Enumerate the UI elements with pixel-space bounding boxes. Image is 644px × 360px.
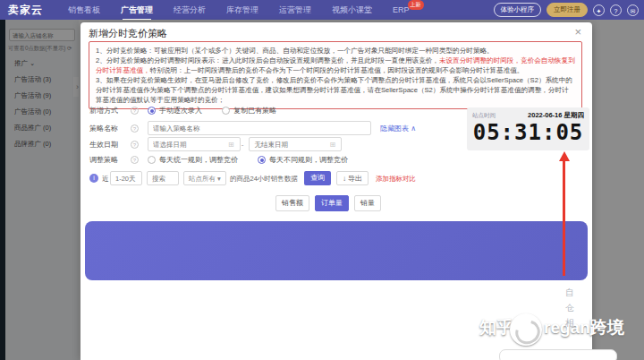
notice-text: 特别说明：上一时间段调整后的竞价不会作为下一个时间段的分时计算基准值，因时段设置… — [150, 66, 524, 74]
watermark-vertical-text: 自仓相 — [565, 287, 574, 330]
watermark-char: 相 — [565, 317, 574, 330]
nav-item-视频小课堂[interactable]: 视频小课堂 — [332, 4, 372, 16]
digital-clock: 05:31:05 — [472, 119, 584, 145]
notice-paragraph: 1、分时竞价策略：可被应用到（某个或多个）关键词、商品、自动和定位投放，一个广告… — [96, 46, 575, 56]
filter-row: i 近 站点所有 ▾ 的商品24小时销售数据 查询 ↓ 导出 添加指标对比 — [80, 171, 592, 187]
notice-box: 1、分时竞价策略：可被应用到（某个或多个）关键词、商品、自动和定位投放，一个广告… — [89, 41, 582, 109]
calendar-icon: ⊞ — [228, 141, 234, 149]
date-label: 生效日期 — [89, 140, 131, 150]
notice-paragraph: 3、如果在分时竞价策略生效时，在亚马逊后台修改了竞价，修改后的竞价不会作为策略下… — [96, 75, 575, 105]
radio-diff-rule[interactable] — [258, 156, 266, 164]
date-separator: - — [242, 141, 244, 149]
nav-item-销售看板[interactable]: 销售看板 — [68, 4, 100, 16]
close-icon[interactable]: × — [574, 26, 581, 38]
end-date-input[interactable] — [249, 137, 342, 151]
add-mode-label: 新增方式 — [89, 106, 131, 116]
nav-item-经营分析[interactable]: 经营分析 — [174, 4, 206, 16]
register-button[interactable]: 立即注册 — [547, 3, 588, 17]
info-circle-icon: ? — [131, 124, 139, 133]
nav-item-广告管理[interactable]: 广告管理 — [121, 4, 153, 16]
hide-chart-link[interactable]: 隐藏图表 ∧ — [380, 124, 416, 133]
day-range-input[interactable] — [110, 171, 142, 185]
info-circle-icon: ? — [131, 156, 139, 164]
radio-manual-label[interactable]: 手动逐次录入 — [159, 106, 202, 116]
adjust-label: 调整策略 — [89, 155, 131, 165]
site-time-panel: 站点时间 2022-06-16 星期四 05:31:05 — [467, 107, 589, 150]
radio-diff-rule-label[interactable]: 每天不同规则，调整竞价 — [269, 155, 348, 165]
nav-item-ERP[interactable]: ERP上新 — [393, 5, 410, 14]
watermark-char: 仓 — [565, 302, 574, 314]
bottom-floating-box — [499, 349, 617, 360]
screen: 卖家云 销售看板广告管理经营分析库存管理运营管理视频小课堂ERP上新 体验小程序… — [0, 0, 644, 360]
radio-same-rule[interactable] — [148, 156, 156, 164]
info-circle-icon: ? — [131, 107, 139, 115]
red-arrow-annotation — [563, 160, 565, 276]
help-icon[interactable]: ? — [610, 4, 622, 16]
modal-title: 新增分时竞价策略 — [89, 27, 167, 40]
watermark-char: 自 — [565, 287, 574, 299]
calendar-icon: ⊞ — [329, 141, 335, 149]
query-button[interactable]: 查询 — [304, 171, 331, 185]
radio-copy[interactable] — [222, 107, 230, 115]
mini-program-button[interactable]: 体验小程序 — [494, 3, 542, 17]
nav-right-actions: 体验小程序 立即注册 ✦ ? ✉ — [494, 0, 640, 20]
top-navbar: 卖家云 销售看板广告管理经营分析库存管理运营管理视频小课堂ERP上新 体验小程序… — [0, 0, 644, 20]
watermark-brand: 知乎 — [479, 316, 513, 339]
keyword-input[interactable] — [147, 171, 179, 185]
export-button[interactable]: ↓ 导出 — [336, 171, 369, 185]
scope-select[interactable]: 站点所有 ▾ — [183, 171, 226, 185]
form-row-add-mode: 新增方式 ? 手动逐次录入 复制已有策略 — [89, 106, 296, 116]
message-icon[interactable]: ✉ — [627, 4, 639, 16]
form-row-name: 策略名称 ? 隐藏图表 ∧ — [89, 121, 416, 135]
notice-paragraph: 2、分时竞价策略的分时调整时间段表示：进入此时段后会自动按设置规则调整竞价，并且… — [96, 56, 575, 75]
radio-copy-label[interactable]: 复制已有策略 — [233, 106, 276, 116]
add-metric-compare-link[interactable]: 添加指标对比 — [376, 175, 416, 184]
info-icon: i — [89, 174, 98, 183]
gift-icon[interactable]: ✦ — [593, 4, 605, 16]
new-badge: 上新 — [408, 0, 424, 10]
form-row-adjust: 调整策略 ? 每天统一规则，调整竞价 每天不同规则，调整竞价 — [89, 155, 368, 165]
tab-订单量[interactable]: 订单量 — [315, 195, 349, 211]
info-circle-icon: ? — [131, 141, 139, 149]
nav-item-运营管理[interactable]: 运营管理 — [279, 4, 311, 16]
bid-strategy-modal: 新增分时竞价策略 × 1、分时竞价策略：可被应用到（某个或多个）关键词、商品、自… — [80, 22, 592, 360]
filter-prefix: 近 — [102, 175, 109, 184]
tab-销量[interactable]: 销量 — [354, 195, 381, 211]
notice-text: 3、如果在分时竞价策略生效时，在亚马逊后台修改了竞价，修改后的竞价不会作为策略下… — [96, 76, 572, 104]
nav-menu: 销售看板广告管理经营分析库存管理运营管理视频小课堂ERP上新 — [68, 4, 410, 16]
chart-banner — [85, 221, 588, 280]
radio-same-rule-label[interactable]: 每天统一规则，调整竞价 — [159, 155, 238, 165]
metric-tabs: 销售额订单量销量 — [275, 195, 381, 211]
name-label: 策略名称 — [89, 124, 131, 133]
tab-销售额[interactable]: 销售额 — [275, 195, 309, 211]
start-date-input[interactable] — [148, 137, 241, 151]
strategy-name-input[interactable] — [148, 121, 371, 135]
app-logo[interactable]: 卖家云 — [8, 3, 43, 18]
form-row-date: 生效日期 ? ⊞ - ⊞ — [89, 137, 343, 151]
notice-text: 2、分时竞价策略的分时调整时间段表示：进入此时段后会自动按设置规则调整竞价，并且… — [96, 56, 439, 64]
filter-suffix: 的商品24小时销售数据 — [230, 175, 298, 184]
watermark-avatar — [510, 313, 542, 346]
notice-text: 1、分时竞价策略：可被应用到（某个或多个）关键词、商品、自动和定位投放，一个广告… — [96, 47, 494, 55]
radio-manual[interactable] — [148, 107, 156, 115]
nav-item-库存管理[interactable]: 库存管理 — [226, 4, 258, 16]
watermark-handle: regan跨境 — [544, 316, 624, 339]
